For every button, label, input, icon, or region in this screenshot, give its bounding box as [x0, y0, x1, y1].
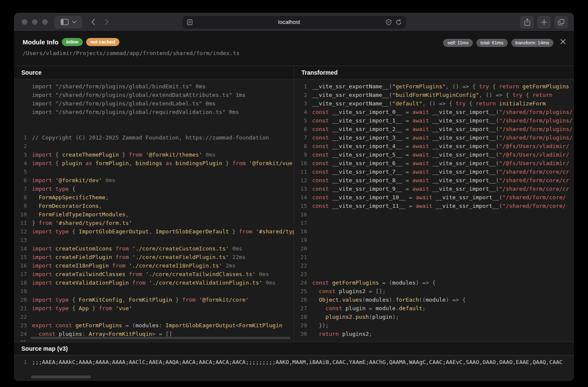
self-time-badge: self: 11ms: [443, 39, 472, 47]
share-button[interactable]: [520, 16, 534, 29]
browser-window: localhost: [14, 13, 574, 381]
browser-toolbar: localhost: [14, 13, 574, 32]
code-line: 17import createTailwindClasses from './c…: [14, 270, 294, 279]
transformed-panel: Transformed 1__vite_ssr_exportName__("ge…: [294, 66, 574, 342]
back-button[interactable]: [87, 16, 99, 29]
code-line: 20import type { FormKitConfig, FormKitPl…: [14, 296, 294, 304]
source-panel: Source import "/shared/form/plugins/glob…: [14, 66, 294, 342]
code-line: 14import createCustomIcons from './core/…: [14, 244, 294, 253]
code-line: 30 return plugins2;: [294, 330, 574, 338]
sourcemap-code: 1;;;AAEA;AAAkC;AAAA;AAAA;AAAA;AAClC;AAEA…: [14, 355, 574, 381]
code-line: 11} from '#shared/types/form.ts': [14, 219, 294, 227]
total-time-badge: total: 61ms: [476, 39, 508, 47]
code-line: 21import type { App } from 'vue': [14, 304, 294, 313]
reader-icon[interactable]: [187, 19, 193, 25]
code-line: 18: [294, 227, 574, 236]
sidebar-icon: [61, 19, 69, 25]
transformed-panel-title: Transformed: [294, 66, 574, 79]
source-horizontal-scrollbar[interactable]: [30, 337, 290, 339]
code-line: 20: [294, 244, 574, 253]
code-line: 4const __vite_ssr_import_0__ = await __v…: [294, 108, 574, 116]
url-bar[interactable]: localhost: [182, 16, 406, 29]
close-icon: [560, 39, 566, 44]
tabs-icon: [558, 19, 565, 26]
code-line: 19: [14, 287, 294, 296]
code-line: 17: [294, 219, 574, 227]
code-line: 21: [294, 253, 574, 262]
code-line: 8 FormAppSpecificTheme,: [14, 193, 294, 202]
code-line: 10 FormFieldTypeImportModules,: [14, 210, 294, 219]
tab-overview-button[interactable]: [554, 16, 568, 29]
window-minimize-button[interactable]: [32, 19, 38, 25]
chevron-right-icon: [105, 19, 109, 25]
module-file-path: /Users/vladimir/Projects/zammad/app/fron…: [23, 50, 565, 56]
timing-badges: self: 11ms total: 61ms transform: 14ms: [443, 39, 553, 47]
code-line: 6import '@formkit/dev' 0ms: [14, 176, 294, 185]
code-line: 4import { plugin as formPlugin, bindings…: [14, 159, 294, 168]
share-icon: [524, 18, 530, 26]
code-line: 5const __vite_ssr_import_1__ = await __v…: [294, 116, 574, 125]
module-info-header: Module Info inline not cached self: 11ms…: [14, 32, 574, 66]
code-line: 16import createI18nPlugin from './core/c…: [14, 262, 294, 270]
code-line: 13: [14, 236, 294, 244]
code-line: 3__vite_ssr_exportName__("default", () =…: [294, 99, 574, 108]
code-line: 9 FormDecoratorIcons,: [14, 202, 294, 210]
code-line: 22: [294, 262, 574, 270]
nav-buttons: [87, 16, 113, 29]
sourcemap-title: Source map (v3): [14, 342, 574, 355]
code-line: 7const __vite_ssr_import_3__ = await __v…: [294, 134, 574, 142]
code-line: 15const __vite_ssr_import_11__ = await _…: [294, 202, 574, 210]
code-line: 11const __vite_ssr_import_7__ = await __…: [294, 168, 574, 176]
code-line: import "/shared/form/plugins/global/exte…: [14, 91, 294, 99]
shield-icon[interactable]: [386, 19, 391, 25]
code-line: 19: [294, 236, 574, 244]
code-line: 25 const plugins2 = [];: [294, 287, 574, 296]
chevron-down-icon: [72, 20, 76, 23]
plus-icon: [541, 19, 547, 25]
code-line: 1__vite_ssr_exportName__("getFormPlugins…: [294, 82, 574, 91]
code-line: 6const __vite_ssr_import_2__ = await __v…: [294, 125, 574, 134]
page-title: Module Info: [23, 38, 58, 46]
new-tab-button[interactable]: [537, 16, 551, 29]
traffic-lights: [22, 19, 48, 25]
sourcemap-section: Source map (v3) 1;;;AAEA;AAAkC;AAAA;AAAA…: [14, 342, 574, 381]
code-line: 18import createValidationPlugin from './…: [14, 279, 294, 287]
toolbar-right-actions: [520, 16, 568, 29]
code-line: 7import type {: [14, 185, 294, 193]
code-line: 15import createFieldPlugin from './core/…: [14, 253, 294, 262]
code-line: 10const __vite_ssr_import_6__ = await __…: [294, 159, 574, 168]
code-line: 26 Object.values(modules).forEach((modul…: [294, 296, 574, 304]
code-line: 28 plugins2.push(plugin);: [294, 313, 574, 321]
code-line: 8const __vite_ssr_import_4__ = await __v…: [294, 142, 574, 151]
code-line: 2: [14, 142, 294, 151]
transformed-code: 1__vite_ssr_exportName__("getFormPlugins…: [294, 79, 574, 342]
code-line: import "/shared/form/plugins/global/exte…: [14, 99, 294, 108]
url-bar-actions: [386, 19, 402, 25]
code-line: 12const __vite_ssr_import_8__ = await __…: [294, 176, 574, 185]
forward-button[interactable]: [100, 16, 113, 29]
sourcemap-horizontal-scrollbar[interactable]: [31, 375, 91, 378]
cache-status-badge: not cached: [86, 38, 119, 46]
inline-badge: inline: [62, 38, 83, 46]
url-text: localhost: [193, 19, 386, 25]
code-line: import "/shared/form/plugins/global/bind…: [14, 82, 294, 91]
code-line: 24const getFormPlugins = (modules) => {: [294, 279, 574, 287]
refresh-icon[interactable]: [396, 19, 402, 25]
source-code: import "/shared/form/plugins/global/bind…: [14, 79, 294, 342]
code-line: 1// Copyright (C) 2012-2025 Zammad Found…: [14, 134, 294, 142]
code-panels: Source import "/shared/form/plugins/glob…: [14, 66, 574, 342]
code-line: 29 });: [294, 321, 574, 330]
sidebar-toggle-button[interactable]: [54, 16, 82, 29]
source-panel-title: Source: [14, 66, 294, 79]
close-button[interactable]: [559, 37, 567, 46]
window-close-button[interactable]: [22, 19, 27, 25]
code-line: [14, 116, 294, 125]
code-line: 3import { createThemePlugin } from '@for…: [14, 151, 294, 159]
code-line: 13const __vite_ssr_import_9__ = await __…: [294, 185, 574, 193]
transform-time-badge: transform: 14ms: [511, 39, 553, 47]
code-line: import "/shared/form/plugins/global/requ…: [14, 108, 294, 116]
code-line: 16: [294, 210, 574, 219]
code-line: 23export const getFormPlugins = (modules…: [14, 321, 294, 330]
window-zoom-button[interactable]: [42, 19, 48, 25]
chevron-left-icon: [91, 19, 95, 25]
